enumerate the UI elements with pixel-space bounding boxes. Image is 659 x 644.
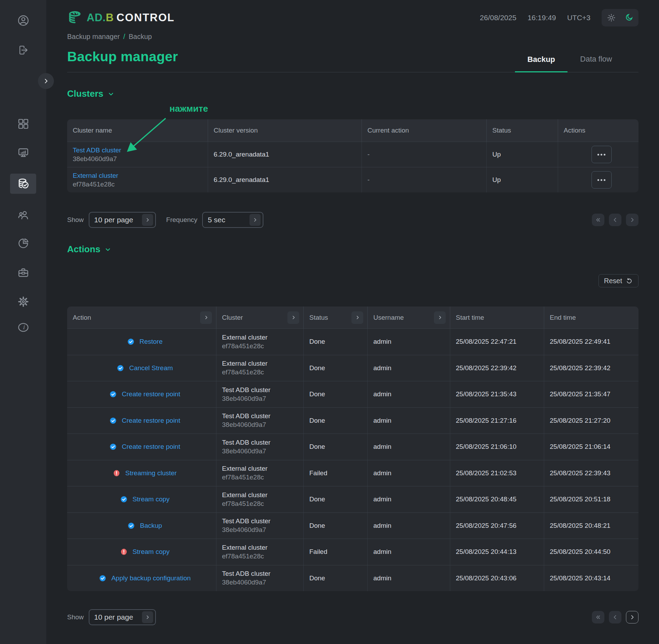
col-cluster: Cluster: [216, 307, 303, 328]
action-username: admin: [367, 329, 450, 355]
actions-page-size-select[interactable]: 10 per page: [89, 609, 156, 625]
reset-button-label: Reset: [604, 277, 622, 285]
double-chevron-left-icon: [595, 217, 601, 223]
action-cluster-cell: Test ADB cluster 38eb4060d9a7: [216, 381, 303, 407]
chevron-down-icon: [108, 90, 114, 97]
frequency-select[interactable]: 5 sec: [202, 212, 263, 228]
clusters-controls: Show 10 per page Frequency 5 sec: [67, 212, 638, 228]
action-link[interactable]: Apply backup configuration: [111, 574, 191, 582]
reset-button[interactable]: Reset: [598, 274, 638, 287]
sidebar-item-info[interactable]: i: [0, 321, 46, 334]
cluster-actions-cell: [558, 167, 638, 192]
action-link[interactable]: Restore: [140, 338, 163, 345]
cluster-version: 6.29.0_arenadata1: [208, 142, 362, 167]
action-cluster-name: Test ADB cluster: [222, 570, 303, 578]
frequency-expand-button[interactable]: [249, 214, 261, 226]
done-icon: [117, 364, 124, 372]
col-actions: Actions: [558, 119, 638, 142]
done-icon: [99, 574, 106, 582]
pie-chart-icon: [17, 237, 30, 249]
title-row: Backup manager Backup Data flow: [67, 49, 638, 72]
chevron-right-icon: [145, 217, 150, 223]
page-title: Backup manager: [67, 49, 178, 64]
action-link[interactable]: Streaming cluster: [125, 469, 177, 477]
cluster-name-link[interactable]: Test ADB cluster: [73, 146, 208, 154]
cluster-version: 6.29.0_arenadata1: [208, 167, 362, 192]
action-status: Done: [303, 486, 367, 512]
sidebar-item-reports[interactable]: [0, 237, 46, 249]
username-column-expand-button[interactable]: [434, 311, 446, 324]
action-status: Failed: [303, 460, 367, 486]
action-username: admin: [367, 381, 450, 407]
action-link[interactable]: Backup: [140, 522, 162, 530]
sidebar-expand-button[interactable]: [38, 73, 54, 89]
sidebar: i: [0, 0, 46, 644]
action-link[interactable]: Stream copy: [133, 548, 170, 556]
sidebar-item-profile[interactable]: [0, 14, 46, 27]
chevron-right-icon: [629, 217, 635, 223]
action-cell: Create restore point: [67, 381, 216, 407]
action-username: admin: [367, 355, 450, 381]
action-end-time: 25/08/2025 20:51:18: [544, 486, 638, 512]
done-icon: [109, 417, 117, 424]
action-cell: Apply backup configuration: [67, 565, 216, 591]
frequency-value: 5 sec: [208, 216, 225, 224]
action-cluster-id: 38eb4060d9a7: [222, 421, 303, 429]
sidebar-item-dashboard[interactable]: [0, 118, 46, 130]
page-size-select[interactable]: 10 per page: [89, 212, 156, 228]
cluster-actions-menu-button[interactable]: [591, 146, 612, 163]
action-end-time: 25/08/2025 20:43:14: [544, 565, 638, 591]
current-time: 16:19:49: [527, 14, 556, 22]
cluster-current-action: -: [362, 142, 486, 167]
action-column-expand-button[interactable]: [200, 311, 212, 324]
done-icon: [120, 495, 128, 503]
pagination-first-button[interactable]: [592, 611, 604, 623]
actions-heading[interactable]: Actions: [67, 244, 638, 255]
pagination-first-button[interactable]: [592, 214, 604, 226]
clusters-heading[interactable]: Clusters: [67, 88, 638, 99]
dark-theme-button[interactable]: [621, 10, 636, 25]
pagination-next-button[interactable]: [626, 214, 638, 226]
action-link[interactable]: Create restore point: [122, 390, 180, 398]
failed-icon: [113, 469, 120, 477]
clusters-table-body: Test ADB cluster 38eb4060d9a7 6.29.0_are…: [67, 142, 638, 192]
action-end-time: 25/08/2025 21:27:20: [544, 408, 638, 434]
action-status: Done: [303, 408, 367, 434]
page-size-expand-button[interactable]: [142, 214, 153, 226]
action-cluster-id: ef78a451e28c: [222, 368, 303, 376]
sidebar-item-jobs[interactable]: [0, 267, 46, 279]
col-action-status: Status: [303, 307, 367, 328]
actions-table-body: Restore External cluster ef78a451e28c Do…: [67, 328, 638, 591]
chevron-down-icon: [104, 246, 111, 253]
action-end-time: 25/08/2025 21:06:14: [544, 434, 638, 460]
breadcrumb-parent[interactable]: Backup manager: [67, 33, 120, 41]
sidebar-item-users[interactable]: [0, 209, 46, 221]
cluster-column-expand-button[interactable]: [287, 311, 299, 324]
action-link[interactable]: Stream copy: [133, 495, 170, 503]
cluster-name-link[interactable]: External cluster: [73, 172, 208, 180]
action-link[interactable]: Cancel Stream: [129, 364, 173, 372]
action-cluster-name: External cluster: [222, 334, 303, 341]
action-cluster-id: ef78a451e28c: [222, 342, 303, 350]
light-theme-button[interactable]: [604, 10, 619, 25]
tab-data-flow[interactable]: Data flow: [567, 55, 625, 72]
cluster-actions-menu-button[interactable]: [591, 171, 612, 189]
chevron-right-icon: [355, 315, 360, 320]
actions-page-size-expand-button[interactable]: [142, 611, 153, 623]
action-link[interactable]: Create restore point: [122, 417, 180, 424]
pagination-prev-button[interactable]: [609, 611, 621, 623]
action-row: Backup Test ADB cluster 38eb4060d9a7 Don…: [67, 512, 638, 539]
sidebar-item-logout[interactable]: [0, 44, 46, 56]
action-link[interactable]: Create restore point: [122, 443, 180, 451]
sidebar-item-settings[interactable]: [0, 295, 46, 308]
sidebar-item-monitoring[interactable]: [0, 146, 46, 159]
pagination-prev-button[interactable]: [609, 214, 621, 226]
pagination-next-button[interactable]: [626, 611, 638, 623]
action-cluster-cell: External cluster ef78a451e28c: [216, 355, 303, 381]
done-icon: [109, 443, 117, 451]
sidebar-item-backup-manager[interactable]: [10, 174, 36, 194]
action-end-time: 25/08/2025 22:49:41: [544, 329, 638, 355]
status-column-expand-button[interactable]: [351, 311, 363, 324]
tab-backup[interactable]: Backup: [515, 55, 567, 72]
action-status: Done: [303, 381, 367, 407]
